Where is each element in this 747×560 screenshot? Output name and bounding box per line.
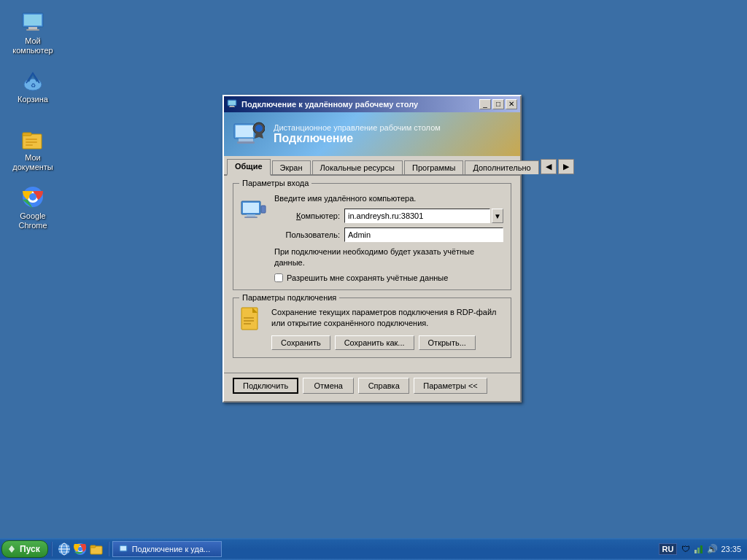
computer-hint: Введите имя удалённого компьютера. (274, 194, 503, 203)
tab-programs[interactable]: Программы (404, 160, 463, 174)
close-button[interactable]: ✕ (506, 99, 517, 109)
svg-rect-32 (244, 323, 251, 324)
tray-volume-icon[interactable]: 🔊 (706, 543, 718, 555)
start-button[interactable]: Пуск (1, 540, 48, 558)
title-bar-buttons: _ □ ✕ (479, 99, 517, 109)
tab-advanced[interactable]: Дополнительно (465, 160, 538, 174)
taskbar-ie-icon[interactable] (57, 542, 71, 556)
svg-rect-10 (26, 144, 33, 146)
header-title: Подключение (274, 132, 441, 145)
tab-scroll-left[interactable]: ◀ (541, 159, 557, 174)
dialog-title-icon (227, 98, 239, 111)
svg-rect-16 (230, 106, 234, 106)
taskbar: Пуск (0, 538, 747, 560)
recycle-label: Корзина (18, 95, 48, 104)
taskbar-chrome-icon[interactable] (73, 542, 88, 556)
svg-rect-43 (90, 545, 96, 548)
taskbar-folder-icon[interactable] (89, 542, 104, 556)
login-params-title: Параметры входа (239, 179, 311, 187)
svg-rect-1 (24, 15, 42, 26)
chrome-label: Google Chrome (10, 211, 55, 230)
taskbar-clock: 23:35 (721, 545, 741, 553)
svg-point-23 (255, 125, 263, 132)
params-button[interactable]: Параметры << (414, 378, 487, 394)
minimize-button[interactable]: _ (479, 99, 491, 109)
desktop-icon-mycomputer[interactable]: Мой компьютер (7, 7, 58, 58)
taskbar-rdp-label: Подключение к уда... (132, 545, 211, 553)
user-input[interactable] (344, 228, 503, 242)
open-button[interactable]: Открыть... (419, 335, 476, 350)
taskbar-divider (51, 542, 53, 556)
login-form: Введите имя удалённого компьютера. Компь… (274, 194, 503, 282)
tab-general[interactable]: Общие (227, 159, 271, 176)
computer-input[interactable] (344, 209, 490, 223)
conn-buttons: Сохранить Сохранить как... Открыть... (271, 335, 503, 350)
tab-scroll-right[interactable]: ▶ (558, 159, 574, 174)
svg-rect-25 (243, 203, 259, 213)
conn-params-title: Параметры подключения (239, 293, 339, 302)
computer-input-wrap: ▼ (344, 209, 503, 223)
connect-button[interactable]: Подключить (233, 378, 298, 394)
header-icon (233, 118, 265, 150)
svg-rect-31 (244, 320, 254, 322)
svg-rect-17 (229, 106, 235, 107)
taskbar-rdp-icon (119, 544, 129, 554)
computer-dropdown-btn[interactable]: ▼ (492, 209, 503, 223)
login-params-group: Параметры входа Введите имя удалённого к… (233, 183, 511, 290)
svg-point-13 (29, 193, 36, 201)
rdp-file-icon (241, 307, 264, 335)
svg-rect-8 (26, 139, 37, 140)
tab-screen[interactable]: Экран (272, 160, 311, 174)
help-button[interactable]: Справка (358, 378, 409, 394)
tray-network-icon[interactable] (693, 543, 705, 555)
desktop-icon-chrome[interactable]: Google Chrome (7, 182, 58, 233)
user-label: Пользователь: (274, 230, 340, 239)
svg-rect-9 (26, 141, 37, 143)
save-button[interactable]: Сохранить (271, 335, 330, 350)
svg-rect-45 (120, 546, 126, 551)
lang-indicator[interactable]: RU (659, 543, 678, 555)
cancel-button[interactable]: Отмена (303, 378, 354, 394)
header-text-block: Дистанционное управление рабочим столом … (274, 123, 441, 145)
start-icon (7, 544, 17, 554)
svg-rect-27 (244, 217, 258, 218)
svg-rect-20 (239, 139, 253, 141)
mydocs-label: Мои документы (10, 153, 55, 172)
svg-rect-15 (228, 101, 236, 105)
svg-text:♻: ♻ (31, 82, 36, 89)
save-credentials-label: Разрешить мне сохранять учётные данные (287, 273, 448, 282)
computer-row: Компьютер: ▼ (274, 209, 503, 223)
svg-rect-2 (28, 27, 37, 29)
dialog-title-text: Подключение к удалённому рабочему столу (241, 100, 418, 109)
dialog-footer: Подключить Отмена Справка Параметры << (224, 373, 520, 401)
svg-rect-19 (236, 125, 253, 137)
header-subtitle: Дистанционное управление рабочим столом (274, 123, 441, 132)
mydocs-icon (21, 127, 44, 150)
maximize-button[interactable]: □ (492, 99, 504, 109)
title-bar-left: Подключение к удалённому рабочему столу (227, 98, 418, 111)
save-credentials-row: Разрешить мне сохранять учётные данные (274, 273, 503, 282)
credentials-hint: При подключении необходимо будет указать… (274, 246, 503, 269)
conn-description: Сохранение текущих параметров подключени… (271, 307, 503, 330)
desktop-icon-mydocs[interactable]: Мои документы (7, 124, 58, 175)
svg-rect-3 (26, 29, 39, 31)
svg-rect-47 (697, 548, 700, 553)
conn-group-content: Сохранение текущих параметров подключени… (241, 304, 503, 350)
tray-icons: 🛡 🔊 (680, 543, 718, 555)
svg-rect-28 (261, 206, 266, 213)
taskbar-right: RU 🛡 🔊 23:35 (654, 543, 746, 555)
tab-local[interactable]: Локальные ресурсы (312, 160, 403, 174)
start-label: Пуск (20, 544, 40, 554)
taskbar-quick-launch (55, 542, 105, 556)
recycle-icon: ♻ (21, 69, 44, 92)
save-as-button[interactable]: Сохранить как... (335, 335, 414, 350)
taskbar-rdp-window-btn[interactable]: Подключение к уда... (112, 541, 222, 557)
user-input-wrap (344, 228, 503, 242)
desktop-icon-recycle[interactable]: ♻ Корзина (7, 66, 58, 107)
mycomputer-icon (21, 10, 44, 34)
chrome-icon (21, 185, 44, 209)
computer-icon (241, 197, 267, 225)
save-credentials-checkbox[interactable] (274, 273, 283, 282)
tray-security-icon[interactable]: 🛡 (680, 543, 692, 555)
dialog-tabs: Общие Экран Локальные ресурсы Программы … (224, 156, 520, 176)
